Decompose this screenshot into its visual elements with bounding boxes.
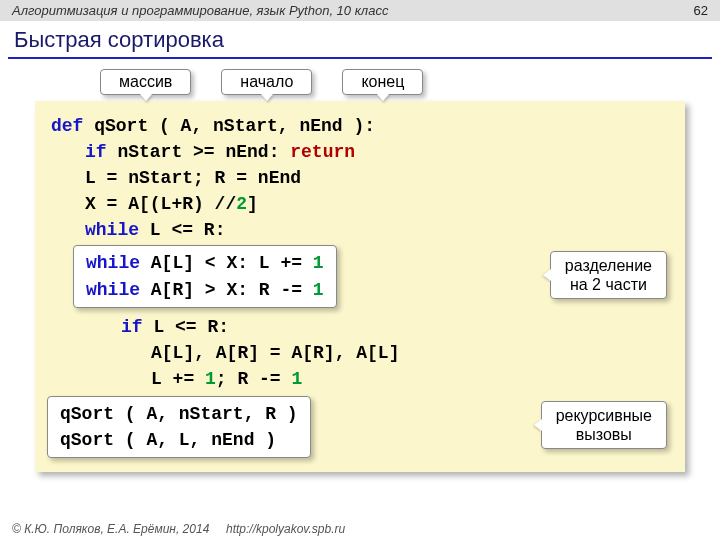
slide-footer: © К.Ю. Поляков, Е.А. Ерёмин, 2014 http:/… <box>12 522 345 536</box>
code-line: L = nStart; R = nEnd <box>51 165 669 191</box>
code-line: def qSort ( A, nStart, nEnd ): <box>51 113 669 139</box>
annotation-split: разделениена 2 части <box>550 251 667 299</box>
page-number: 62 <box>694 3 708 18</box>
course-name: Алгоритмизация и программирование, язык … <box>12 3 388 18</box>
code-line: while A[L] < X: L += 1 <box>86 250 324 276</box>
code-line: qSort ( A, L, nEnd ) <box>60 427 298 453</box>
code-line: if nStart >= nEnd: return <box>51 139 669 165</box>
title-underline <box>8 57 712 59</box>
copyright-text: © К.Ю. Поляков, Е.А. Ерёмин, 2014 <box>12 522 209 536</box>
code-line: if L <= R: <box>51 314 669 340</box>
code-block: def qSort ( A, nStart, nEnd ): if nStart… <box>35 101 685 472</box>
recursive-calls-box: qSort ( A, nStart, R ) qSort ( A, L, nEn… <box>47 396 311 458</box>
code-line: X = A[(L+R) //2] <box>51 191 669 217</box>
code-line: while A[R] > X: R -= 1 <box>86 277 324 303</box>
code-line: A[L], A[R] = A[R], A[L] <box>51 340 669 366</box>
slide-title: Быстрая сортировка <box>0 21 720 57</box>
code-line: L += 1; R -= 1 <box>51 366 669 392</box>
code-line: while L <= R: <box>51 217 669 243</box>
code-line: qSort ( A, nStart, R ) <box>60 401 298 427</box>
pivot-scan-box: while A[L] < X: L += 1 while A[R] > X: R… <box>73 245 337 307</box>
slide-header: Алгоритмизация и программирование, язык … <box>0 0 720 21</box>
annotation-recursion: рекурсивныевызовы <box>541 401 667 449</box>
label-start: начало <box>221 69 312 95</box>
label-end: конец <box>342 69 423 95</box>
parameter-labels-row: массив начало конец <box>0 69 720 95</box>
footer-url: http://kpolyakov.spb.ru <box>226 522 345 536</box>
label-array: массив <box>100 69 191 95</box>
